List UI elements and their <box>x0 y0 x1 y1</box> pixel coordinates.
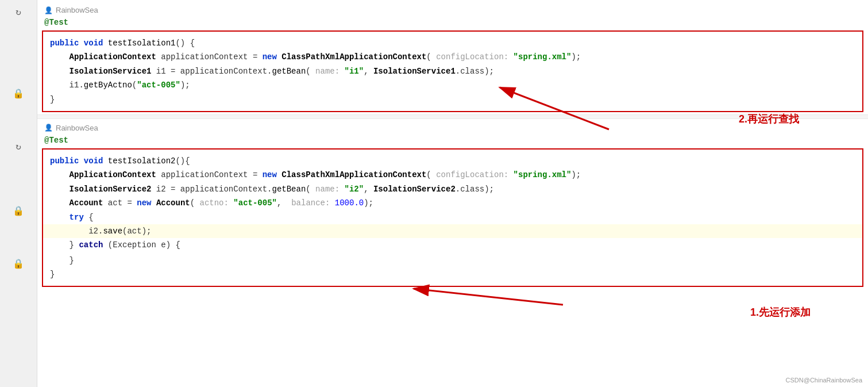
code-line: Account act = new Account( actno: "act-0… <box>43 196 862 210</box>
code-line: IsolationService2 i2 = applicationContex… <box>43 182 862 196</box>
code-area: 👤 RainbowSea @Test public void testIsola… <box>37 0 868 387</box>
test-annotation-2: @Test <box>37 135 868 146</box>
lock-icon-1[interactable]: 🔒 <box>12 87 25 100</box>
code-line: } catch (Exception e) { <box>43 238 862 252</box>
author-name-1: RainbowSea <box>56 6 98 14</box>
refresh-icon-1[interactable]: ↻ <box>12 6 25 18</box>
code-line: i1.getByActno("act-005"); <box>43 78 862 92</box>
main-container: ↻ 🔒 ↻ 🔒 🔒 👤 RainbowSea @Test public void… <box>0 0 868 387</box>
code-line: public void testIsolation1() { <box>43 36 862 50</box>
callout-2: 2.再运行查找 <box>739 112 799 126</box>
code-line: } <box>43 254 862 267</box>
author-name-2: RainbowSea <box>56 124 98 132</box>
callout-1: 1.先运行添加 <box>750 305 811 319</box>
left-gutter: ↻ 🔒 ↻ 🔒 🔒 <box>0 0 37 387</box>
refresh-icon-2[interactable]: ↻ <box>12 140 25 153</box>
author-label-1: 👤 RainbowSea <box>37 3 868 17</box>
code-line: } <box>43 93 862 106</box>
author-icon-2: 👤 <box>44 124 53 132</box>
code-line: public void testIsolation2(){ <box>43 154 862 168</box>
lock-icon-2[interactable]: 🔒 <box>12 205 25 217</box>
code-block-2: public void testIsolation2(){ Applicatio… <box>42 148 863 288</box>
code-block-1: public void testIsolation1() { Applicati… <box>42 30 863 112</box>
lock-icon-3[interactable]: 🔒 <box>12 258 25 270</box>
watermark: CSDN@ChinaRainbowSea <box>786 377 862 384</box>
code-line: } <box>43 267 862 281</box>
code-line: try { <box>43 210 862 224</box>
code-line-highlighted: i2.save(act); <box>43 224 862 238</box>
code-line: ApplicationContext applicationContext = … <box>43 50 862 64</box>
author-icon-1: 👤 <box>44 6 53 14</box>
test-annotation-1: @Test <box>37 17 868 28</box>
code-line: IsolationService1 i1 = applicationContex… <box>43 64 862 78</box>
code-line: ApplicationContext applicationContext = … <box>43 168 862 182</box>
